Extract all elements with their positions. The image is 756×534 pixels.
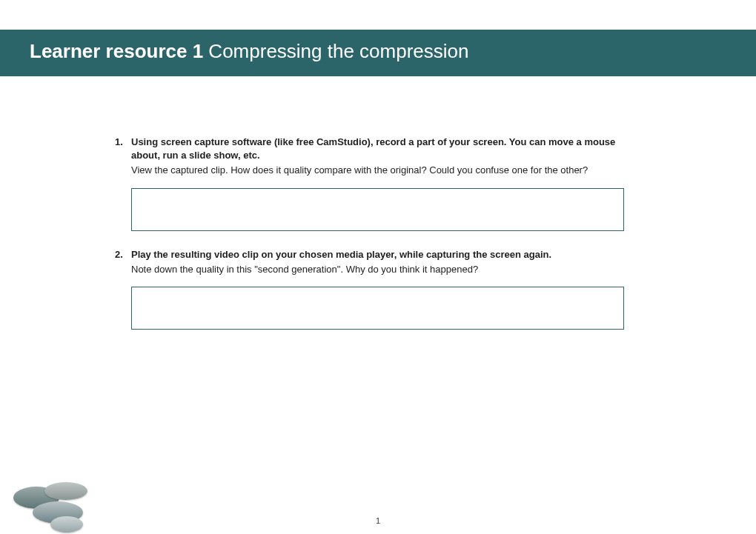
page-title-bar: Learner resource 1 Compressing the compr… [0,30,756,76]
question-body: Using screen capture software (like free… [131,136,626,178]
title-light: Compressing the compression [203,40,468,62]
question-number: 1. [115,136,131,178]
question-sub: View the captured clip. How does it qual… [131,164,626,177]
question-prompt: Play the resulting video clip on your ch… [131,248,626,261]
question-prompt: Using screen capture software (like free… [131,136,626,162]
oval-graphic [44,482,87,500]
question-body: Play the resulting video clip on your ch… [131,248,626,276]
question-1: 1. Using screen capture software (like f… [115,136,626,178]
answer-input-2[interactable] [131,287,624,330]
question-number: 2. [115,248,131,276]
page-number: 1 [376,516,380,525]
oval-graphic [50,516,83,533]
title-bold: Learner resource 1 [30,40,203,62]
question-2: 2. Play the resulting video clip on your… [115,248,626,276]
content-area: 1. Using screen capture software (like f… [115,136,626,347]
decorative-ovals [13,481,95,533]
question-sub: Note down the quality in this "second ge… [131,263,626,276]
answer-input-1[interactable] [131,188,624,231]
